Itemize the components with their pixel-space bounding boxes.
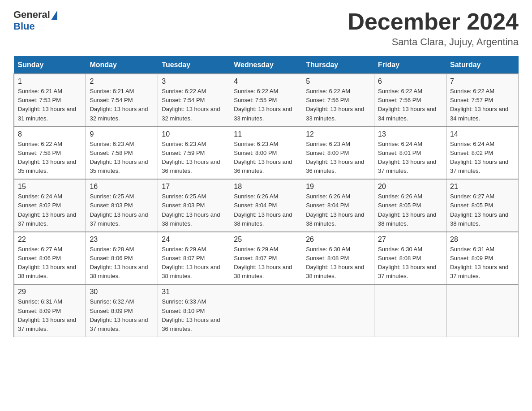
- calendar-table: SundayMondayTuesdayWednesdayThursdayFrid…: [13, 56, 519, 337]
- day-info: Sunrise: 6:28 AMSunset: 8:06 PMDaylight:…: [90, 246, 148, 279]
- weekday-header-row: SundayMondayTuesdayWednesdayThursdayFrid…: [14, 56, 519, 74]
- calendar-cell: [374, 284, 446, 337]
- day-info: Sunrise: 6:27 AMSunset: 8:05 PMDaylight:…: [450, 193, 508, 227]
- day-number: 12: [306, 130, 370, 138]
- day-info: Sunrise: 6:31 AMSunset: 8:09 PMDaylight:…: [450, 246, 508, 279]
- day-number: 20: [378, 183, 442, 191]
- day-info: Sunrise: 6:22 AMSunset: 7:56 PMDaylight:…: [306, 88, 364, 121]
- day-info: Sunrise: 6:22 AMSunset: 7:58 PMDaylight:…: [18, 141, 76, 174]
- calendar-cell: 13Sunrise: 6:24 AMSunset: 8:01 PMDayligh…: [374, 127, 446, 180]
- day-info: Sunrise: 6:31 AMSunset: 8:09 PMDaylight:…: [18, 298, 76, 332]
- calendar-cell: 29Sunrise: 6:31 AMSunset: 8:09 PMDayligh…: [14, 284, 86, 337]
- day-number: 21: [450, 183, 515, 191]
- day-info: Sunrise: 6:21 AMSunset: 7:53 PMDaylight:…: [18, 88, 76, 121]
- day-number: 24: [162, 235, 226, 244]
- day-info: Sunrise: 6:32 AMSunset: 8:09 PMDaylight:…: [90, 298, 148, 332]
- day-number: 2: [90, 77, 154, 86]
- calendar-week-2: 8Sunrise: 6:22 AMSunset: 7:58 PMDaylight…: [14, 127, 519, 180]
- calendar-cell: 20Sunrise: 6:26 AMSunset: 8:05 PMDayligh…: [374, 179, 446, 232]
- day-info: Sunrise: 6:25 AMSunset: 8:03 PMDaylight:…: [90, 193, 148, 227]
- calendar-cell: 23Sunrise: 6:28 AMSunset: 8:06 PMDayligh…: [86, 232, 158, 285]
- calendar-cell: 28Sunrise: 6:31 AMSunset: 8:09 PMDayligh…: [446, 232, 519, 285]
- calendar-cell: 30Sunrise: 6:32 AMSunset: 8:09 PMDayligh…: [86, 284, 158, 337]
- day-number: 30: [90, 288, 154, 296]
- calendar-cell: 19Sunrise: 6:26 AMSunset: 8:04 PMDayligh…: [302, 179, 374, 232]
- calendar-cell: 1Sunrise: 6:21 AMSunset: 7:53 PMDaylight…: [14, 74, 86, 127]
- day-number: 28: [450, 235, 515, 244]
- calendar-cell: 16Sunrise: 6:25 AMSunset: 8:03 PMDayligh…: [86, 179, 158, 232]
- weekday-header-tuesday: Tuesday: [158, 56, 230, 74]
- day-info: Sunrise: 6:24 AMSunset: 8:01 PMDaylight:…: [378, 141, 436, 174]
- day-info: Sunrise: 6:30 AMSunset: 8:08 PMDaylight:…: [378, 246, 436, 279]
- logo-blue-text: Blue: [13, 21, 35, 32]
- calendar-cell: 8Sunrise: 6:22 AMSunset: 7:58 PMDaylight…: [14, 127, 86, 180]
- calendar-cell: 15Sunrise: 6:24 AMSunset: 8:02 PMDayligh…: [14, 179, 86, 232]
- day-number: 31: [162, 288, 226, 296]
- calendar-week-5: 29Sunrise: 6:31 AMSunset: 8:09 PMDayligh…: [14, 284, 519, 337]
- day-number: 4: [234, 77, 298, 86]
- location: Santa Clara, Jujuy, Argentina: [348, 36, 519, 48]
- day-number: 5: [306, 77, 370, 86]
- day-number: 14: [450, 130, 515, 138]
- day-number: 10: [162, 130, 226, 138]
- calendar-cell: 12Sunrise: 6:23 AMSunset: 8:00 PMDayligh…: [302, 127, 374, 180]
- day-info: Sunrise: 6:29 AMSunset: 8:07 PMDaylight:…: [234, 246, 292, 279]
- day-number: 13: [378, 130, 442, 138]
- calendar-cell: 7Sunrise: 6:22 AMSunset: 7:57 PMDaylight…: [446, 74, 519, 127]
- calendar-cell: 4Sunrise: 6:22 AMSunset: 7:55 PMDaylight…: [230, 74, 302, 127]
- calendar-cell: 14Sunrise: 6:24 AMSunset: 8:02 PMDayligh…: [446, 127, 519, 180]
- day-info: Sunrise: 6:24 AMSunset: 8:02 PMDaylight:…: [450, 141, 508, 174]
- page-header: General Blue December 2024 Santa Clara, …: [13, 9, 519, 48]
- day-info: Sunrise: 6:23 AMSunset: 7:59 PMDaylight:…: [162, 141, 220, 174]
- day-info: Sunrise: 6:21 AMSunset: 7:54 PMDaylight:…: [90, 88, 148, 121]
- calendar-cell: 9Sunrise: 6:23 AMSunset: 7:58 PMDaylight…: [86, 127, 158, 180]
- day-number: 27: [378, 235, 442, 244]
- calendar-cell: [446, 284, 519, 337]
- calendar-cell: 3Sunrise: 6:22 AMSunset: 7:54 PMDaylight…: [158, 74, 230, 127]
- day-number: 23: [90, 235, 154, 244]
- day-number: 11: [234, 130, 298, 138]
- weekday-header-monday: Monday: [86, 56, 158, 74]
- day-number: 6: [378, 77, 442, 86]
- title-block: December 2024 Santa Clara, Jujuy, Argent…: [348, 9, 519, 48]
- weekday-header-wednesday: Wednesday: [230, 56, 302, 74]
- day-number: 1: [18, 77, 82, 86]
- calendar-cell: 27Sunrise: 6:30 AMSunset: 8:08 PMDayligh…: [374, 232, 446, 285]
- day-number: 22: [18, 235, 82, 244]
- calendar-cell: 6Sunrise: 6:22 AMSunset: 7:56 PMDaylight…: [374, 74, 446, 127]
- calendar-cell: [230, 284, 302, 337]
- day-info: Sunrise: 6:26 AMSunset: 8:04 PMDaylight:…: [234, 193, 292, 227]
- calendar-cell: 5Sunrise: 6:22 AMSunset: 7:56 PMDaylight…: [302, 74, 374, 127]
- day-info: Sunrise: 6:22 AMSunset: 7:55 PMDaylight:…: [234, 88, 292, 121]
- calendar-cell: 18Sunrise: 6:26 AMSunset: 8:04 PMDayligh…: [230, 179, 302, 232]
- calendar-week-1: 1Sunrise: 6:21 AMSunset: 7:53 PMDaylight…: [14, 74, 519, 127]
- day-info: Sunrise: 6:30 AMSunset: 8:08 PMDaylight:…: [306, 246, 364, 279]
- day-number: 29: [18, 288, 82, 296]
- calendar-cell: 21Sunrise: 6:27 AMSunset: 8:05 PMDayligh…: [446, 179, 519, 232]
- logo-triangle-icon: [51, 10, 57, 20]
- calendar-week-3: 15Sunrise: 6:24 AMSunset: 8:02 PMDayligh…: [14, 179, 519, 232]
- weekday-header-thursday: Thursday: [302, 56, 374, 74]
- day-number: 17: [162, 183, 226, 191]
- calendar-cell: [302, 284, 374, 337]
- day-number: 16: [90, 183, 154, 191]
- calendar-week-4: 22Sunrise: 6:27 AMSunset: 8:06 PMDayligh…: [14, 232, 519, 285]
- day-info: Sunrise: 6:23 AMSunset: 8:00 PMDaylight:…: [234, 141, 292, 174]
- day-number: 25: [234, 235, 298, 244]
- day-number: 9: [90, 130, 154, 138]
- day-info: Sunrise: 6:29 AMSunset: 8:07 PMDaylight:…: [162, 246, 220, 279]
- calendar-cell: 22Sunrise: 6:27 AMSunset: 8:06 PMDayligh…: [14, 232, 86, 285]
- logo-general-text: General: [13, 9, 50, 21]
- calendar-cell: 2Sunrise: 6:21 AMSunset: 7:54 PMDaylight…: [86, 74, 158, 127]
- day-info: Sunrise: 6:26 AMSunset: 8:04 PMDaylight:…: [306, 193, 364, 227]
- day-number: 8: [18, 130, 82, 138]
- calendar-cell: 24Sunrise: 6:29 AMSunset: 8:07 PMDayligh…: [158, 232, 230, 285]
- day-number: 26: [306, 235, 370, 244]
- day-info: Sunrise: 6:22 AMSunset: 7:57 PMDaylight:…: [450, 88, 508, 121]
- day-info: Sunrise: 6:22 AMSunset: 7:56 PMDaylight:…: [378, 88, 436, 121]
- calendar-cell: 25Sunrise: 6:29 AMSunset: 8:07 PMDayligh…: [230, 232, 302, 285]
- logo: General Blue: [13, 9, 58, 32]
- calendar-cell: 17Sunrise: 6:25 AMSunset: 8:03 PMDayligh…: [158, 179, 230, 232]
- day-info: Sunrise: 6:22 AMSunset: 7:54 PMDaylight:…: [162, 88, 220, 121]
- weekday-header-friday: Friday: [374, 56, 446, 74]
